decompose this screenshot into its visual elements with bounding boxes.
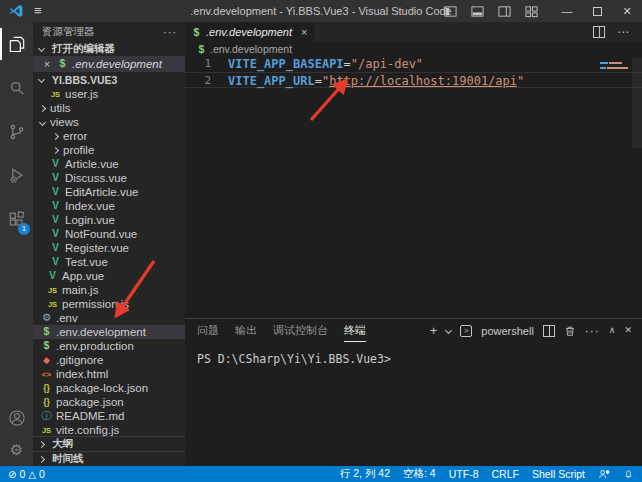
close-panel-icon[interactable]: ✕ <box>624 326 632 335</box>
tree-item[interactable]: package-lock.json <box>33 381 185 395</box>
tree-item[interactable]: .env.production <box>33 339 185 353</box>
tree-item[interactable]: README.md <box>33 409 185 423</box>
vue-icon <box>50 172 61 184</box>
settings-gear-icon[interactable]: ⚙ <box>0 434 33 466</box>
shellscript-icon <box>57 58 68 70</box>
tab-terminal[interactable]: 终端 <box>344 319 366 342</box>
notifications-bell-icon[interactable] <box>623 468 634 480</box>
close-editor-icon[interactable]: × <box>41 58 53 70</box>
tree-item[interactable]: Index.vue <box>33 199 185 213</box>
account-icon[interactable] <box>0 402 33 434</box>
git-icon <box>41 354 52 366</box>
tree-item[interactable]: Register.vue <box>33 241 185 255</box>
tree-item[interactable]: permission.js <box>33 297 185 311</box>
file-tree: user.js utils views error profile Articl… <box>33 87 185 437</box>
tree-item-folder[interactable]: profile <box>33 143 185 157</box>
tab-output[interactable]: 输出 <box>235 319 257 342</box>
tab-debug-console[interactable]: 调试控制台 <box>273 319 328 342</box>
tree-item-folder[interactable]: error <box>33 129 185 143</box>
vue-icon <box>50 228 61 240</box>
tree-item[interactable]: Article.vue <box>33 157 185 171</box>
source-control-icon[interactable] <box>0 110 33 154</box>
tree-item[interactable]: Test.vue <box>33 255 185 269</box>
shellscript-icon <box>192 27 201 38</box>
tree-item[interactable]: App.vue <box>33 269 185 283</box>
tab-problems[interactable]: 问题 <box>197 319 219 342</box>
close-tab-icon[interactable]: × <box>301 26 307 38</box>
warning-icon: △ <box>28 469 36 480</box>
tree-item[interactable]: vite.config.js <box>33 423 185 437</box>
toggle-sidebar-icon[interactable] <box>444 5 457 18</box>
split-editor-icon[interactable] <box>593 26 605 38</box>
new-terminal-icon[interactable]: + <box>430 324 438 337</box>
tree-item[interactable]: index.html <box>33 367 185 381</box>
encoding[interactable]: UTF-8 <box>449 468 479 480</box>
cursor-position[interactable]: 行 2, 列 42 <box>340 467 390 481</box>
toggle-panel-icon[interactable] <box>471 5 484 18</box>
tree-item[interactable]: user.js <box>33 87 185 101</box>
tree-item[interactable]: package.json <box>33 395 185 409</box>
open-editor-item[interactable]: × .env.development <box>33 56 185 72</box>
vue-icon <box>50 158 61 170</box>
open-editors-section[interactable]: 打开的编辑器 <box>33 41 185 56</box>
customize-layout-icon[interactable] <box>525 5 538 18</box>
maximize-button[interactable] <box>582 0 612 22</box>
code-editor[interactable]: 1VITE_APP_BASEAPI="/api-dev" 2VITE_APP_U… <box>185 56 642 318</box>
chevron-right-icon <box>52 132 59 139</box>
chevron-down-icon <box>39 118 46 125</box>
code-line-2-current: 2VITE_APP_URL="http://localhost:19001/ap… <box>185 72 642 88</box>
breadcrumb[interactable]: .env.development <box>185 42 642 56</box>
extensions-icon[interactable]: 1 <box>0 198 33 242</box>
feedback-icon[interactable] <box>598 468 610 480</box>
tree-item[interactable]: EditArticle.vue <box>33 185 185 199</box>
tree-item-folder[interactable]: views <box>33 115 185 129</box>
tree-item[interactable]: Discuss.vue <box>33 171 185 185</box>
terminal-output[interactable]: PS D:\CSharp\Yi\Yi.BBS.Vue3> <box>185 342 642 366</box>
panel-actions: + > powershell ··· ∧ ✕ <box>430 319 632 342</box>
shell-name[interactable]: powershell <box>481 325 534 337</box>
eol-sequence[interactable]: CRLF <box>491 468 518 480</box>
tree-item-folder[interactable]: utils <box>33 101 185 115</box>
editor-actions: ⋯ <box>593 22 630 42</box>
explorer-more-actions-icon[interactable]: ··· <box>163 26 177 38</box>
tree-item-selected[interactable]: .env.development <box>33 325 185 339</box>
language-mode[interactable]: Shell Script <box>532 468 585 480</box>
outline-section[interactable]: 大纲 <box>33 436 185 451</box>
breadcrumb-filename: .env.development <box>210 43 292 55</box>
tree-item[interactable]: .env <box>33 311 185 325</box>
tree-item[interactable]: Login.vue <box>33 213 185 227</box>
status-bar: ⊘ 0 △ 0 行 2, 列 42 空格: 4 UTF-8 CRLF Shell… <box>0 466 642 482</box>
vue-icon <box>47 270 58 282</box>
tab-env-development[interactable]: .env.development × <box>185 22 314 42</box>
tree-item[interactable]: .gitignore <box>33 353 185 367</box>
explorer-icon[interactable] <box>0 22 33 66</box>
toggle-secondary-sidebar-icon[interactable] <box>498 5 511 18</box>
minimize-button[interactable]: — <box>552 0 582 22</box>
js-icon <box>47 298 58 310</box>
window-controls: — ✕ <box>444 0 642 22</box>
run-and-debug-icon[interactable] <box>0 154 33 198</box>
indentation[interactable]: 空格: 4 <box>403 467 436 481</box>
minimap[interactable] <box>600 58 630 118</box>
editor-more-actions-icon[interactable]: ⋯ <box>617 25 630 39</box>
problems-status[interactable]: ⊘ 0 △ 0 <box>8 468 45 480</box>
timeline-section[interactable]: 时间线 <box>33 451 185 466</box>
vue-icon <box>50 242 61 254</box>
maximize-panel-icon[interactable]: ∧ <box>609 326 616 335</box>
panel-more-actions-icon[interactable]: ··· <box>585 324 600 338</box>
chevron-down-icon[interactable] <box>445 327 452 334</box>
close-window-button[interactable]: ✕ <box>612 0 642 22</box>
line-number: 2 <box>185 73 211 87</box>
project-section-header[interactable]: YI.BBS.VUE3 <box>33 72 185 87</box>
explorer-sidebar: 资源管理器 ··· 打开的编辑器 × .env.development YI.B… <box>33 22 185 466</box>
vue-icon <box>50 186 61 198</box>
search-icon[interactable] <box>0 66 33 110</box>
tree-item[interactable]: NotFound.vue <box>33 227 185 241</box>
kill-terminal-trash-icon[interactable] <box>564 325 576 337</box>
tree-item[interactable]: main.js <box>33 283 185 297</box>
url-link[interactable]: http://localhost:19001/api <box>329 73 517 87</box>
split-terminal-icon[interactable] <box>543 325 555 337</box>
html-icon <box>41 368 52 380</box>
markdown-icon <box>41 410 52 422</box>
js-icon <box>50 88 61 100</box>
